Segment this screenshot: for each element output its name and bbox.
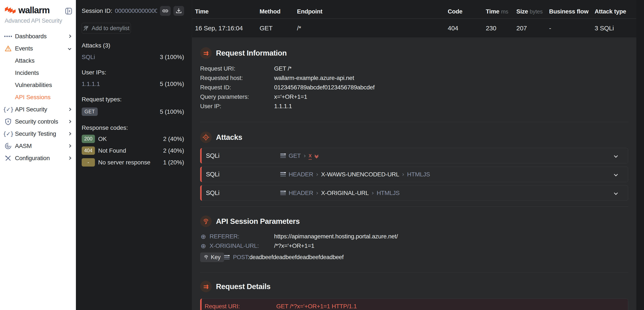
sidebar-item-vulnerabilities[interactable]: Vulnerabilities: [0, 79, 76, 91]
requests-table-header: Time Method Endpoint Code Time ms Size b…: [192, 0, 636, 19]
attack-parameter-link[interactable]: x: [309, 152, 312, 160]
section-title: API Session Parameters: [216, 217, 300, 226]
request-information-fields: Request URI:GET /* Requested host:wallar…: [200, 64, 628, 111]
double-chevron-down-icon: [315, 154, 318, 158]
col-endpoint: Endpoint: [297, 8, 448, 15]
chevron-right-icon: [68, 35, 72, 38]
request-types-heading: Request types:: [82, 96, 184, 103]
collapse-sidebar-icon[interactable]: [65, 8, 72, 14]
chevron-right-icon: [68, 120, 72, 123]
section-title: Request Information: [216, 49, 287, 57]
sidebar-item-label: AASM: [15, 142, 32, 150]
section-divider: [200, 206, 628, 207]
request-row[interactable]: 16 Sep, 17:16:04 GET /* 404 230 207 - 3 …: [192, 19, 636, 38]
request-detail-panel: ⇉ Request Information Request URI:GET /*…: [192, 38, 636, 310]
section-divider: [200, 272, 628, 272]
sidebar-item-api-sessions[interactable]: API Sessions: [0, 91, 76, 103]
main-content: Time Method Endpoint Code Time ms Size b…: [192, 0, 644, 310]
wallarm-logo-icon: [5, 6, 16, 14]
user-ip-stat-row[interactable]: 1.1.1.1 5 (100%): [82, 80, 184, 88]
sidebar-item-dashboards[interactable]: Dashboards: [0, 30, 76, 42]
session-parameter-rows: ⊕ REFERER: https://apimanagement.hosting…: [200, 232, 628, 262]
sidebar-item-aasm[interactable]: AASM: [0, 140, 76, 152]
session-id-label: Session ID:: [82, 8, 112, 14]
attack-stat-row[interactable]: SQLi 3 (100%): [82, 54, 184, 60]
add-to-denylist-button[interactable]: Add to denylist: [82, 23, 131, 34]
col-attack-type: Attack type: [594, 8, 636, 15]
attacks-heading: Attacks (3): [82, 42, 184, 49]
session-parameter-row: ⊕ REFERER: https://apimanagement.hosting…: [200, 232, 628, 241]
fingerprint-icon: [204, 255, 209, 260]
target-icon: [200, 132, 212, 143]
expand-chevron-icon[interactable]: [614, 154, 618, 158]
warning-triangle-icon: [5, 45, 12, 52]
sidebar-item-security-testing[interactable]: {✓} Security Testing: [0, 128, 76, 140]
scroll-gutter[interactable]: [636, 0, 644, 310]
session-key-row: Key POST: deadbeefdeadbeefdeadbeefdeadbe…: [200, 252, 628, 262]
params-lines-icon: [224, 255, 230, 260]
arrows-right-icon: ⇉: [200, 47, 212, 59]
sidebar-item-events[interactable]: Events: [0, 42, 76, 54]
api-session-parameters-header: API Session Parameters: [200, 216, 628, 227]
download-button[interactable]: [174, 6, 184, 16]
sidebar-item-api-security[interactable]: {✓} API Security: [0, 103, 76, 116]
chevron-right-icon: [68, 156, 72, 160]
grid-icon: [5, 36, 12, 37]
response-code-row[interactable]: - No server response 1 (20%): [82, 158, 184, 166]
section-title: Request Details: [216, 282, 270, 291]
fingerprint-icon: [200, 216, 212, 227]
col-code: Code: [448, 8, 486, 15]
sidebar-item-incidents[interactable]: Incidents: [0, 67, 76, 79]
chevron-down-icon: [68, 47, 72, 50]
attack-type-label: SQLi: [206, 190, 280, 196]
tools-icon: [5, 155, 12, 162]
circled-plus-icon[interactable]: ⊕: [200, 242, 206, 250]
rings-icon: [5, 142, 12, 150]
attack-type-label: SQLi: [206, 152, 280, 159]
brand-name: wallarm: [18, 5, 50, 16]
sidebar-item-label: Configuration: [15, 155, 50, 162]
method-badge: GET: [82, 108, 98, 116]
col-size-bytes: Size bytes: [516, 8, 549, 15]
request-detail-highlight-row[interactable]: Request URI: GET /*?x='+OR+1=1 HTTP/1.1: [200, 298, 628, 310]
session-summary-panel: Session ID: 00000000000000... Add to den…: [76, 0, 192, 310]
sidebar-item-security-controls[interactable]: Security controls: [0, 116, 76, 128]
sidebar: wallarm Advanced API Security Dashboards…: [0, 0, 76, 310]
attack-card[interactable]: SQLi GET › x: [200, 148, 628, 164]
response-codes-heading: Response codes:: [82, 124, 184, 131]
section-divider: [200, 122, 628, 122]
user-ips-heading: User IPs:: [82, 69, 184, 76]
circled-plus-icon[interactable]: ⊕: [200, 233, 206, 240]
expand-chevron-icon[interactable]: [614, 191, 618, 195]
sidebar-item-label: Security controls: [15, 118, 58, 125]
sidebar-item-configuration[interactable]: Configuration: [0, 152, 76, 164]
response-code-row[interactable]: 200 OK 2 (40%): [82, 135, 184, 143]
status-badge: -: [82, 158, 95, 166]
params-lines-icon: [280, 154, 286, 158]
sidebar-item-attacks[interactable]: Attacks: [0, 54, 76, 67]
attack-type-label: SQLi: [206, 171, 280, 178]
section-title: Attacks: [216, 133, 242, 142]
session-id-value: 00000000000000...: [115, 8, 157, 14]
sidebar-item-label: API Security: [15, 106, 47, 113]
expand-chevron-icon[interactable]: [614, 172, 618, 176]
session-parameter-row: ⊕ X-ORIGINAL-URL: /*?x='+OR+1=1: [200, 241, 628, 250]
chevron-right-icon: [68, 144, 72, 148]
attack-card[interactable]: SQLi HEADER › X-WAWS-UNENCODED-URL › HTM…: [200, 166, 628, 182]
copy-link-button[interactable]: [160, 6, 170, 16]
braces-check-icon: {✓}: [5, 131, 12, 137]
attack-card[interactable]: SQLi HEADER › X-ORIGINAL-URL › HTMLJS: [200, 185, 628, 201]
status-badge: 200: [82, 135, 95, 143]
request-type-stat-row[interactable]: GET 5 (100%): [82, 108, 184, 116]
col-business-flow: Business flow: [549, 8, 594, 15]
brand-subtitle: Advanced API Security: [5, 18, 76, 24]
arrows-right-icon: ⇉: [200, 281, 212, 292]
braces-check-icon: {✓}: [5, 106, 12, 113]
col-method: Method: [260, 8, 297, 15]
col-time: Time: [195, 8, 260, 15]
request-information-section-header: ⇉ Request Information: [200, 47, 628, 59]
sidebar-item-label: Security Testing: [15, 130, 56, 137]
params-lines-icon: [280, 191, 286, 195]
sidebar-item-label: Dashboards: [15, 33, 46, 40]
response-code-row[interactable]: 404 Not Found 2 (40%): [82, 146, 184, 155]
